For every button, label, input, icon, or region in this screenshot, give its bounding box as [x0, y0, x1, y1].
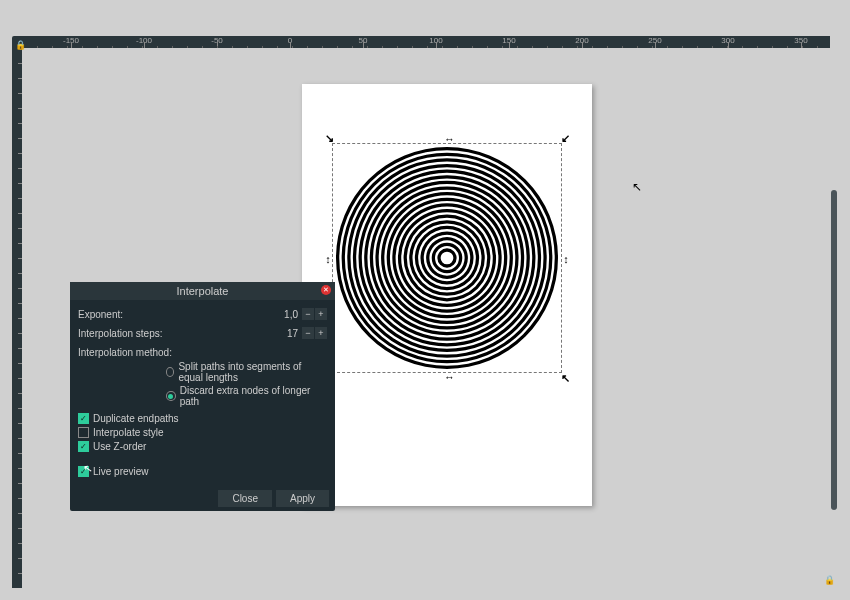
method-label: Interpolation method:	[78, 347, 172, 358]
lock-icon[interactable]: 🔒	[824, 575, 835, 585]
steps-stepper: − +	[302, 327, 327, 339]
minus-icon[interactable]: −	[302, 308, 314, 320]
duplicate-label: Duplicate endpaths	[93, 413, 179, 424]
exponent-label: Exponent:	[78, 309, 123, 320]
duplicate-checkbox[interactable]: ✓	[78, 413, 89, 424]
steps-input[interactable]: 17	[278, 328, 298, 339]
exponent-input[interactable]: 1,0	[278, 309, 298, 320]
skew-handle-r[interactable]: ↕	[562, 255, 570, 263]
steps-label: Interpolation steps:	[78, 328, 163, 339]
close-icon[interactable]: ✕	[321, 285, 331, 295]
plus-icon[interactable]: +	[315, 327, 327, 339]
exponent-stepper: − +	[302, 308, 327, 320]
plus-icon[interactable]: +	[315, 308, 327, 320]
rotate-handle-tr[interactable]: ↙	[561, 134, 569, 142]
dialog-title: Interpolate ✕	[70, 282, 335, 300]
scrollbar-vertical[interactable]	[831, 190, 837, 510]
method-option1-label: Split paths into segments of equal lengt…	[178, 361, 327, 383]
minus-icon[interactable]: −	[302, 327, 314, 339]
method-radio-split[interactable]	[166, 367, 174, 377]
rotate-handle-tl[interactable]: ↘	[325, 134, 333, 142]
lock-icon[interactable]: 🔒	[15, 40, 26, 50]
interpolate-style-label: Interpolate style	[93, 427, 164, 438]
interpolate-style-checkbox[interactable]	[78, 427, 89, 438]
ruler-vertical[interactable]	[12, 48, 22, 588]
interpolate-dialog: Interpolate ✕ Exponent: 1,0 − + Interpol…	[70, 282, 335, 511]
ruler-horizontal[interactable]: -150-100-50050100150200250300350	[22, 36, 830, 48]
zorder-label: Use Z-order	[93, 441, 146, 452]
apply-button[interactable]: Apply	[276, 490, 329, 507]
skew-handle-b[interactable]: ↔	[444, 373, 452, 381]
zorder-checkbox[interactable]: ✓	[78, 441, 89, 452]
method-option2-label: Discard extra nodes of longer path	[180, 385, 327, 407]
close-button[interactable]: Close	[218, 490, 272, 507]
live-preview-label: Live preview	[93, 466, 149, 477]
live-preview-checkbox[interactable]: ✓	[78, 466, 89, 477]
rotate-handle-br[interactable]: ↖	[561, 374, 569, 382]
skew-handle-t[interactable]: ↔	[444, 135, 452, 143]
interpolated-rings[interactable]	[332, 143, 562, 373]
skew-handle-l[interactable]: ↕	[324, 255, 332, 263]
method-radio-discard[interactable]	[166, 391, 176, 401]
dialog-title-text: Interpolate	[177, 285, 229, 297]
